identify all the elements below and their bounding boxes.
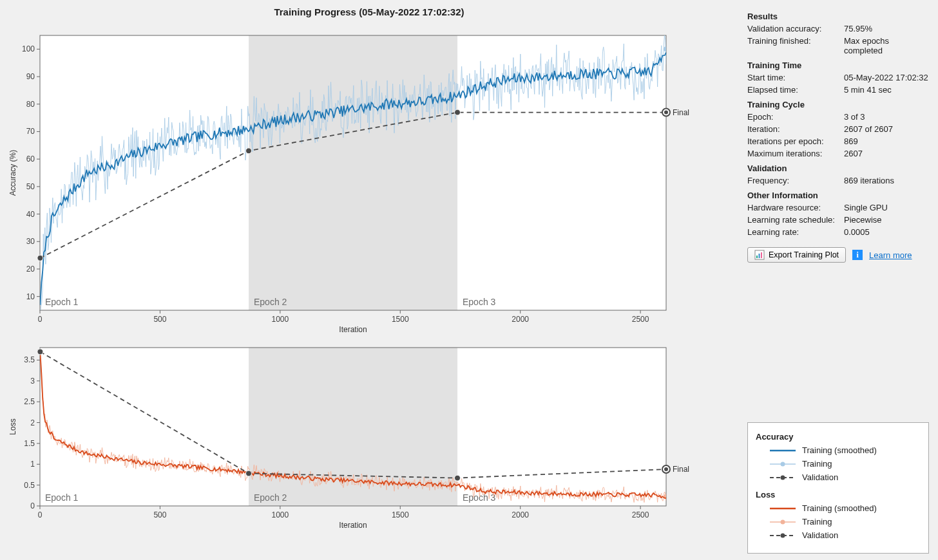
svg-text:70: 70 — [26, 127, 35, 136]
hw-value: Single GPU — [844, 203, 929, 212]
actions-row: Export Training Plot i Learn more — [747, 247, 929, 263]
svg-rect-99 — [756, 256, 758, 258]
svg-point-96 — [664, 467, 668, 471]
svg-text:2: 2 — [30, 418, 35, 427]
legend-label: Validation — [802, 530, 838, 540]
svg-text:2000: 2000 — [512, 510, 529, 519]
validation-heading: Validation — [747, 163, 929, 173]
svg-rect-52 — [40, 348, 249, 506]
svg-text:0: 0 — [30, 501, 35, 510]
learn-more-link[interactable]: Learn more — [869, 250, 912, 260]
svg-text:Final: Final — [673, 108, 689, 117]
elapsed-time-label: Elapsed time: — [747, 85, 844, 95]
info-icon: i — [852, 250, 863, 260]
legend-label: Training (smoothed) — [802, 503, 877, 513]
legend-line-dot-icon — [770, 460, 796, 469]
freq-value: 869 iterations — [844, 176, 929, 185]
svg-text:Epoch 2: Epoch 2 — [254, 297, 287, 307]
svg-text:Epoch 2: Epoch 2 — [254, 492, 287, 503]
lrs-label: Learning rate schedule: — [747, 215, 844, 225]
training-time-heading: Training Time — [747, 61, 929, 70]
side-panel: Results Validation accuracy: 75.95% Trai… — [738, 0, 938, 560]
svg-text:500: 500 — [153, 315, 166, 324]
legend-acc-training: Training — [770, 459, 918, 469]
svg-point-45 — [246, 148, 252, 154]
legend-loss-validation: Validation — [770, 530, 918, 540]
svg-text:500: 500 — [153, 510, 166, 519]
start-time-value: 05-May-2022 17:02:32 — [844, 73, 929, 82]
svg-text:2500: 2500 — [632, 315, 649, 324]
page-title: Training Progress (05-May-2022 17:02:32) — [4, 6, 734, 17]
maxiter-label: Maximum iterations: — [747, 149, 844, 158]
iteration-value: 2607 of 2607 — [844, 124, 929, 134]
maxiter-row: Maximum iterations: 2607 — [747, 149, 929, 158]
svg-text:Iteration: Iteration — [339, 521, 367, 530]
legend-accuracy-heading: Accuracy — [756, 432, 918, 442]
start-time-row: Start time: 05-May-2022 17:02:32 — [747, 73, 929, 82]
validation-accuracy-value: 75.95% — [844, 24, 929, 33]
svg-text:Iteration: Iteration — [339, 325, 367, 334]
loss-chart: 00.511.522.533.505001000150020002500Epoc… — [4, 344, 734, 536]
svg-text:3.5: 3.5 — [24, 355, 35, 364]
legend-dash-dot-icon — [770, 531, 796, 540]
legend-line-dot-icon — [770, 518, 796, 527]
svg-rect-100 — [759, 254, 760, 258]
svg-point-104 — [781, 462, 785, 466]
legend-line-icon — [770, 504, 796, 513]
svg-text:100: 100 — [22, 44, 35, 53]
legend-dash-dot-icon — [770, 473, 796, 482]
svg-text:10: 10 — [26, 292, 35, 301]
svg-point-109 — [781, 519, 785, 524]
svg-point-106 — [781, 475, 785, 480]
svg-text:Accuracy (%): Accuracy (%) — [8, 150, 17, 196]
svg-text:2500: 2500 — [632, 510, 649, 519]
svg-text:3: 3 — [30, 377, 35, 386]
svg-text:60: 60 — [26, 154, 35, 163]
svg-text:1.5: 1.5 — [24, 439, 35, 448]
svg-text:Loss: Loss — [8, 418, 17, 434]
legend-label: Training (smoothed) — [802, 445, 877, 455]
hw-row: Hardware resource: Single GPU — [747, 203, 929, 212]
legend-line-icon — [770, 446, 796, 455]
results-heading: Results — [747, 12, 929, 21]
svg-point-46 — [455, 109, 461, 115]
start-time-label: Start time: — [747, 73, 844, 82]
svg-text:50: 50 — [26, 182, 35, 191]
svg-text:90: 90 — [26, 72, 35, 81]
training-cycle-heading: Training Cycle — [747, 100, 929, 109]
export-training-plot-button[interactable]: Export Training Plot — [747, 247, 846, 263]
validation-accuracy-row: Validation accuracy: 75.95% — [747, 24, 929, 33]
freq-label: Frequency: — [747, 176, 844, 185]
svg-point-92 — [246, 471, 252, 476]
svg-text:40: 40 — [26, 210, 35, 219]
lrs-row: Learning rate schedule: Piecewise — [747, 215, 929, 225]
iteration-row: Iteration: 2607 of 2607 — [747, 124, 929, 134]
training-finished-row: Training finished: Max epochs completed — [747, 36, 929, 55]
epoch-value: 3 of 3 — [844, 112, 929, 122]
svg-point-49 — [664, 111, 668, 115]
svg-text:1000: 1000 — [271, 315, 289, 324]
svg-point-44 — [37, 255, 43, 261]
svg-text:Epoch 1: Epoch 1 — [45, 297, 79, 307]
svg-text:0: 0 — [38, 510, 43, 519]
freq-row: Frequency: 869 iterations — [747, 176, 929, 185]
svg-text:Final: Final — [673, 465, 689, 474]
epoch-row: Epoch: 3 of 3 — [747, 112, 929, 122]
ipe-row: Iterations per epoch: 869 — [747, 136, 929, 146]
svg-text:2000: 2000 — [512, 315, 529, 324]
svg-point-93 — [455, 475, 461, 481]
legend-acc-validation: Validation — [770, 472, 918, 482]
other-heading: Other Information — [747, 191, 929, 200]
legend-loss-training: Training — [770, 517, 918, 527]
legend-panel: Accuracy Training (smoothed) Training Va… — [747, 422, 929, 554]
maxiter-value: 2607 — [844, 149, 929, 158]
svg-rect-101 — [761, 252, 762, 258]
export-button-label: Export Training Plot — [769, 250, 839, 259]
legend-loss-smoothed: Training (smoothed) — [770, 503, 918, 513]
legend-label: Training — [802, 459, 832, 469]
svg-text:80: 80 — [26, 100, 35, 109]
lr-value: 0.0005 — [844, 227, 929, 237]
lr-row: Learning rate: 0.0005 — [747, 227, 929, 237]
hw-label: Hardware resource: — [747, 203, 844, 212]
svg-text:0: 0 — [38, 315, 43, 324]
